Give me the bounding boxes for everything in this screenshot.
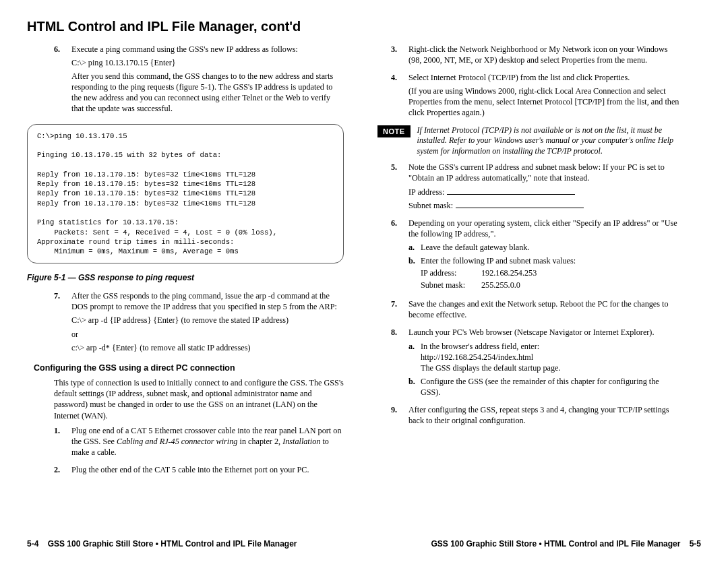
step-command: C:\> ping 10.13.170.15 {Enter} xyxy=(71,57,344,68)
step-text: After you send this command, the GSS cha… xyxy=(71,71,344,114)
substep-b: b. Configure the GSS (see the remainder … xyxy=(408,376,681,398)
step-number: 6. xyxy=(54,44,71,117)
step-1: 1. Plug one end of a CAT 5 Ethernet cros… xyxy=(54,425,344,460)
step-number: 4. xyxy=(391,72,408,121)
step-text: or xyxy=(71,329,344,340)
right-column: 3. Right-click the Network Neighborhood … xyxy=(384,44,701,532)
left-column: 6. Execute a ping command using the GSS'… xyxy=(27,44,344,532)
section-intro: This type of connection is used to initi… xyxy=(54,377,344,420)
step-number: 9. xyxy=(391,404,408,429)
step-text: Launch your PC's Web browser (Netscape N… xyxy=(408,327,681,338)
step-2: 2. Plug the other end of the CAT 5 cable… xyxy=(54,464,344,478)
substep-text: Leave the default gateway blank. xyxy=(421,242,681,253)
footer-title-right: GSS 100 Graphic Still Store • HTML Contr… xyxy=(431,539,680,549)
figure-caption: Figure 5-1 — GSS response to ping reques… xyxy=(27,273,344,284)
step-text: Plug one end of a CAT 5 Ethernet crossov… xyxy=(71,425,344,458)
ip-value-row: IP address:192.168.254.253 xyxy=(421,268,681,278)
substep-text: Enter the following IP and subnet mask v… xyxy=(421,255,681,266)
substep-letter: b. xyxy=(408,255,421,292)
step-text: Execute a ping command using the GSS's n… xyxy=(71,44,344,55)
page-footer: 5-4 GSS 100 Graphic Still Store • HTML C… xyxy=(27,532,701,562)
step-6r: 6. Depending on your operating system, c… xyxy=(391,218,681,295)
step-text: Save the changes and exit the Network se… xyxy=(408,299,681,320)
substep-letter: b. xyxy=(408,376,421,398)
step-number: 5. xyxy=(391,162,408,213)
step-text: Depending on your operating system, clic… xyxy=(408,218,681,239)
ip-address-blank: IP address: xyxy=(408,187,681,197)
step-8: 8. Launch your PC's Web browser (Netscap… xyxy=(391,327,681,400)
url-text: http://192.168.254.254/index.html xyxy=(421,352,681,363)
step-number: 7. xyxy=(54,290,71,355)
step-4: 4. Select Internet Protocol (TCP/IP) fro… xyxy=(391,72,681,121)
note-badge: NOTE xyxy=(377,125,411,138)
substep-letter: a. xyxy=(408,242,421,253)
ping-output-block: C:\>ping 10.13.170.15 Pinging 10.13.170.… xyxy=(27,124,344,264)
step-7r: 7. Save the changes and exit the Network… xyxy=(391,299,681,323)
page-number-left: 5-4 xyxy=(27,539,38,549)
step-number: 7. xyxy=(391,299,408,323)
note-block: NOTE If Internet Protocol (TCP/IP) is no… xyxy=(377,125,681,157)
step-number: 1. xyxy=(54,425,71,460)
subnet-value-row: Subnet mask:255.255.0.0 xyxy=(421,280,681,290)
step-text: Select Internet Protocol (TCP/IP) from t… xyxy=(408,72,681,83)
substep-b: b. Enter the following IP and subnet mas… xyxy=(408,255,681,292)
step-9: 9. After configuring the GSS, repeat ste… xyxy=(391,404,681,429)
blank-line xyxy=(447,194,575,195)
substep-letter: a. xyxy=(408,341,421,373)
step-3: 3. Right-click the Network Neighborhood … xyxy=(391,44,681,68)
step-text: (If you are using Windows 2000, right-cl… xyxy=(408,86,681,118)
substep-a: a. Leave the default gateway blank. xyxy=(408,242,681,253)
page-title: HTML Control and IPL File Manager, cont'… xyxy=(27,19,701,34)
page: HTML Control and IPL File Manager, cont'… xyxy=(0,0,728,562)
step-7: 7. After the GSS responds to the ping co… xyxy=(54,290,344,355)
step-number: 2. xyxy=(54,464,71,478)
step-text: Plug the other end of the CAT 5 cable in… xyxy=(71,464,344,475)
note-text: If Internet Protocol (TCP/IP) is not ava… xyxy=(417,125,681,157)
section-heading: Configuring the GSS using a direct PC co… xyxy=(34,363,344,374)
step-text: After configuring the GSS, repeat steps … xyxy=(408,404,681,426)
page-number-right: 5-5 xyxy=(690,539,701,549)
footer-title-left: GSS 100 Graphic Still Store • HTML Contr… xyxy=(48,539,297,549)
subnet-mask-blank: Subnet mask: xyxy=(408,200,681,211)
step-command: c:\> arp -d* {Enter} (to remove all stat… xyxy=(71,342,344,353)
two-column-layout: 6. Execute a ping command using the GSS'… xyxy=(27,44,701,532)
step-text: Right-click the Network Neighborhood or … xyxy=(408,44,681,65)
substep-text: In the browser's address field, enter: xyxy=(421,341,681,352)
blank-line xyxy=(456,208,584,208)
step-6: 6. Execute a ping command using the GSS'… xyxy=(54,44,344,117)
substep-text: The GSS displays the default startup pag… xyxy=(421,363,681,373)
footer-left: 5-4 GSS 100 Graphic Still Store • HTML C… xyxy=(27,539,297,549)
footer-right: GSS 100 Graphic Still Store • HTML Contr… xyxy=(431,539,701,549)
substep-a: a. In the browser's address field, enter… xyxy=(408,341,681,373)
step-number: 8. xyxy=(391,327,408,400)
step-number: 6. xyxy=(391,218,408,295)
step-number: 3. xyxy=(391,44,408,68)
step-5: 5. Note the GSS's current IP address and… xyxy=(391,162,681,213)
step-text: Note the GSS's current IP address and su… xyxy=(408,162,681,183)
step-text: After the GSS responds to the ping comma… xyxy=(71,290,344,312)
substep-text: Configure the GSS (see the remainder of … xyxy=(421,376,681,398)
step-command: C:\> arp -d {IP address} {Enter} (to rem… xyxy=(71,315,344,325)
